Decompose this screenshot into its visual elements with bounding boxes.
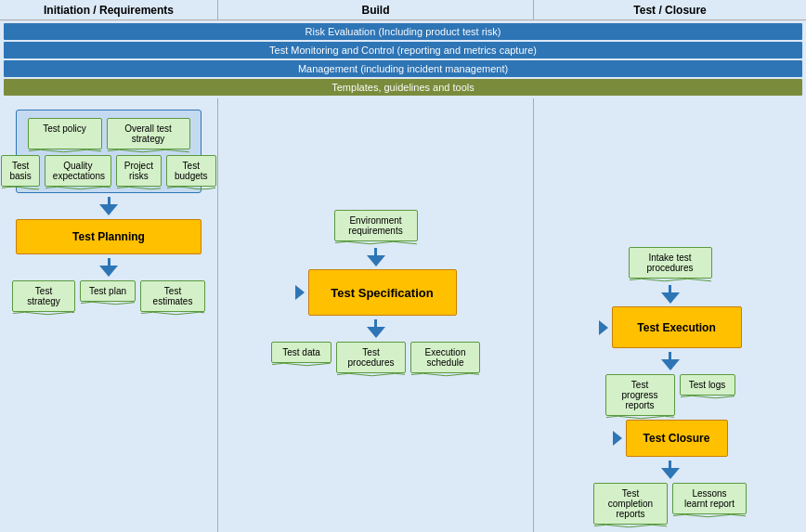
arrow-to-spec <box>367 248 385 266</box>
header-row: Initiation / Requirements Build Test / C… <box>0 0 806 20</box>
doc-row-1: Test policy Overall test strategy <box>22 118 195 149</box>
doc-test-strategy: Test strategy <box>12 280 75 312</box>
arrow-after-execution <box>661 352 680 370</box>
doc-test-logs: Test logs <box>680 374 735 396</box>
test-closure-box: Test Closure <box>626 420 728 457</box>
doc-env-req: Environment requirements <box>334 210 418 241</box>
doc-test-budgets: Test budgets <box>166 155 216 187</box>
lane-initiation: Test policy Overall test strategy Test b… <box>0 98 218 532</box>
lane-test: Intake test procedures Test Execution Te… <box>534 98 806 532</box>
doc-execution-schedule: Execution schedule <box>410 342 480 373</box>
doc-test-basis: Test basis <box>1 155 39 187</box>
doc-lessons-learnt: Lessons learnt report <box>672 483 747 514</box>
arrow-after-planning <box>99 258 118 277</box>
content-row: Test policy Overall test strategy Test b… <box>0 98 806 532</box>
bar-templates: Templates, guidelines and tools <box>4 79 802 96</box>
doc-test-plan: Test plan <box>80 280 136 302</box>
build-outputs: Test data Test procedures Execution sche… <box>271 342 480 373</box>
initiation-outputs: Test strategy Test plan Test estimates <box>12 280 205 312</box>
doc-test-policy: Test policy <box>28 118 102 149</box>
closure-row: Test Closure <box>613 420 728 457</box>
doc-row-2: Test basis Quality expectations Project … <box>22 155 195 187</box>
arrow-to-closure <box>613 431 622 446</box>
arrow-to-planning <box>99 197 118 215</box>
test-outputs: Test progress reports Test logs <box>605 374 735 416</box>
arrow-after-spec <box>367 319 385 338</box>
closure-outputs: Test completion reports Lessons learnt r… <box>593 483 747 525</box>
bar-risk: Risk Evaluation (Including product test … <box>4 23 802 40</box>
bar-monitoring: Test Monitoring and Control (reporting a… <box>4 42 802 58</box>
arrow-from-init <box>295 285 305 300</box>
lane-build: Environment requirements Test Specificat… <box>218 98 534 532</box>
horizontal-bars: Risk Evaluation (Including product test … <box>0 20 806 98</box>
doc-test-estimates: Test estimates <box>140 280 205 312</box>
test-planning-box: Test Planning <box>16 219 202 254</box>
arrow-from-build <box>599 320 608 335</box>
doc-overall-strategy: Overall test strategy <box>107 118 190 149</box>
build-top-section: Environment requirements Test Specificat… <box>224 210 527 373</box>
doc-test-procedures: Test procedures <box>336 342 406 373</box>
test-specification-box: Test Specification <box>308 269 457 316</box>
header-test: Test / Closure <box>534 0 806 19</box>
bar-management: Management (including incident managemen… <box>4 60 802 77</box>
arrow-after-closure <box>661 461 680 479</box>
initiation-doc-group: Test policy Overall test strategy Test b… <box>16 110 202 193</box>
doc-project-risks: Project risks <box>116 155 162 187</box>
main-container: Initiation / Requirements Build Test / C… <box>0 0 806 532</box>
test-execution-box: Test Execution <box>612 306 742 348</box>
doc-intake: Intake test procedures <box>629 247 712 279</box>
spec-row: Test Specification <box>224 269 527 316</box>
doc-completion-reports: Test completion reports <box>593 483 668 525</box>
arrow-to-execution <box>661 285 680 304</box>
execution-row: Test Execution <box>540 306 800 348</box>
doc-progress-reports: Test progress reports <box>605 374 675 416</box>
doc-quality: Quality expectations <box>45 155 111 187</box>
doc-test-data: Test data <box>271 342 332 363</box>
header-initiation: Initiation / Requirements <box>0 0 218 19</box>
header-build: Build <box>218 0 534 19</box>
